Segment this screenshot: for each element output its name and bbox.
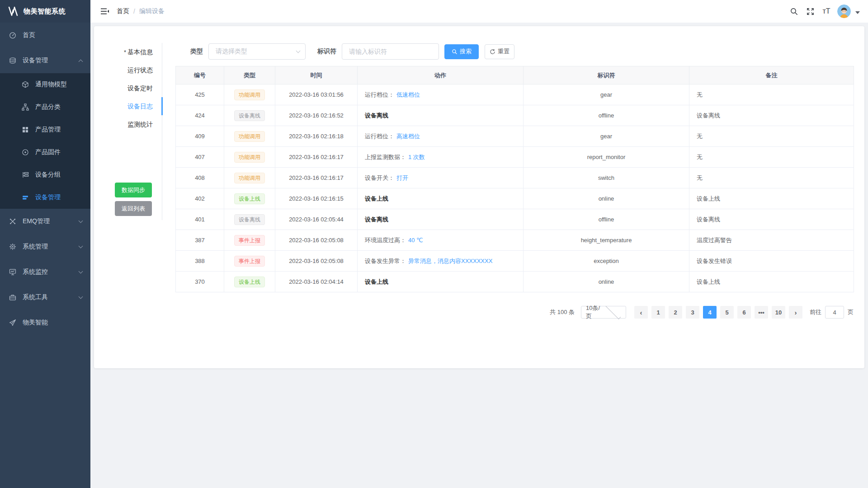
cell-action: 设备发生异常：异常消息，消息内容XXXXXXXX: [358, 251, 524, 272]
topbar: 首页 / 编辑设备 ᴛT: [90, 0, 868, 23]
page-button[interactable]: 3: [686, 306, 699, 319]
tab-device-timer[interactable]: 设备定时: [94, 79, 162, 97]
col-action: 动作: [358, 66, 524, 84]
sidebar-item-label: EMQ管理: [23, 217, 79, 225]
action-link[interactable]: 异常消息，消息内容XXXXXXXX: [408, 258, 492, 264]
sidebar-item-wumei-smart[interactable]: 物美智能: [0, 310, 90, 335]
cell-remark: 无: [689, 84, 854, 105]
col-identifier: 标识符: [524, 66, 689, 84]
back-to-list-button[interactable]: 返回列表: [115, 201, 152, 216]
action-link[interactable]: 1 次数: [408, 154, 425, 160]
action-link[interactable]: 高速档位: [396, 133, 420, 140]
tab-run-status[interactable]: 运行状态: [94, 61, 162, 79]
sidebar-fold-icon[interactable]: [100, 7, 109, 16]
table-row: 409 功能调用 2022-03-16 02:16:18 运行档位：高速档位 g…: [176, 126, 854, 147]
type-tag: 功能调用: [234, 131, 265, 142]
total-count: 共 100 条: [550, 308, 575, 316]
cell-identifier: exception: [524, 251, 689, 272]
cell-identifier: offline: [524, 209, 689, 230]
cell-action: 设备离线: [358, 105, 524, 126]
cell-remark: 设备离线: [689, 105, 854, 126]
cell-type: 功能调用: [224, 168, 275, 188]
breadcrumb-home[interactable]: 首页: [117, 7, 129, 15]
sidebar-item-home[interactable]: 首页: [0, 23, 90, 48]
fullscreen-icon[interactable]: [802, 0, 818, 23]
cell-identifier: online: [524, 272, 689, 292]
reset-button[interactable]: 重置: [485, 44, 514, 59]
avatar[interactable]: [837, 5, 851, 18]
monitor-icon: [9, 268, 16, 276]
action-text: 运行档位：: [365, 91, 394, 98]
cell-action: 设备开关：打开: [358, 168, 524, 188]
sidebar-item-emq[interactable]: EMQ管理: [0, 209, 90, 234]
user-menu[interactable]: [837, 5, 860, 18]
sidebar-item-product-category[interactable]: 产品分类: [0, 96, 90, 118]
cell-type: 设备离线: [224, 209, 275, 230]
device-log-panel: 类型 请选择类型 标识符 搜索 重置 编: [175, 43, 854, 319]
cell-action: 上报监测数据：1 次数: [358, 147, 524, 168]
cell-number: 401: [176, 209, 224, 230]
cell-remark: 设备上线: [689, 188, 854, 209]
type-tag: 事件上报: [234, 256, 265, 267]
action-bold-text: 设备上线: [365, 195, 388, 202]
cell-type: 功能调用: [224, 84, 275, 105]
sidebar-item-system-monitor[interactable]: 系统监控: [0, 259, 90, 285]
action-link[interactable]: 40 ℃: [408, 237, 423, 244]
pagination: 共 100 条 10条/页 ‹ 1 2 3 4 5 6 ••• 10: [175, 306, 854, 319]
table-row: 401 设备离线 2022-03-16 02:05:44 设备离线 offlin…: [176, 209, 854, 230]
sidebar-item-label: 系统监控: [23, 268, 79, 276]
cell-time: 2022-03-16 02:16:52: [275, 105, 358, 126]
page-button[interactable]: 5: [720, 306, 734, 319]
goto-page-input[interactable]: [825, 306, 844, 319]
edit-device-card: *基本信息 运行状态 设备定时 设备日志 监测统计 数据同步 返回列表 类型 请…: [94, 26, 864, 368]
page-button[interactable]: •••: [755, 306, 768, 319]
type-select[interactable]: 请选择类型: [208, 43, 306, 60]
action-text: 运行档位：: [365, 133, 394, 140]
page-button[interactable]: 1: [651, 306, 665, 319]
search-icon[interactable]: [786, 0, 802, 23]
breadcrumb-separator: /: [133, 8, 135, 15]
goto-unit: 页: [848, 308, 854, 316]
tab-monitor-stats[interactable]: 监测统计: [94, 115, 162, 133]
cell-number: 388: [176, 251, 224, 272]
sidebar-item-device-management[interactable]: 设备管理: [0, 48, 90, 73]
tab-device-log[interactable]: 设备日志: [94, 97, 162, 115]
sidebar-item-thing-model[interactable]: 通用物模型: [0, 73, 90, 96]
sidebar-item-system-tools[interactable]: 系统工具: [0, 285, 90, 310]
next-page-button[interactable]: ›: [789, 306, 802, 319]
search-button[interactable]: 搜索: [444, 44, 479, 59]
action-link[interactable]: 打开: [396, 174, 408, 181]
sidebar-item-product-firmware[interactable]: 产品固件: [0, 141, 90, 164]
sidebar-item-device-management-sub[interactable]: 设备管理: [0, 186, 90, 209]
prev-page-button[interactable]: ‹: [634, 306, 648, 319]
type-tag: 功能调用: [234, 152, 265, 163]
page-size-select[interactable]: 10条/页: [581, 306, 626, 319]
logo-mark-icon: [7, 5, 19, 17]
sidebar-item-label: 首页: [23, 31, 82, 39]
action-link[interactable]: 低速档位: [396, 91, 420, 98]
cell-number: 370: [176, 272, 224, 292]
sidebar-item-label: 通用物模型: [35, 80, 67, 89]
sidebar-item-system-management[interactable]: 系统管理: [0, 234, 90, 259]
col-type: 类型: [224, 66, 275, 84]
tab-basic-info[interactable]: *基本信息: [94, 43, 162, 61]
data-sync-button[interactable]: 数据同步: [115, 183, 152, 197]
tab-label: 运行状态: [127, 66, 153, 74]
firmware-icon: [22, 149, 29, 156]
identifier-input[interactable]: [342, 43, 439, 60]
sidebar-item-device-group[interactable]: 设备分组: [0, 164, 90, 186]
cell-action: 设备离线: [358, 209, 524, 230]
table-row: 408 功能调用 2022-03-16 02:16:17 设备开关：打开 swi…: [176, 168, 854, 188]
page-button[interactable]: 10: [772, 306, 785, 319]
sidebar-item-product-management[interactable]: 产品管理: [0, 118, 90, 141]
cell-number: 408: [176, 168, 224, 188]
cell-remark: 无: [689, 126, 854, 147]
gauge-icon: [9, 32, 16, 39]
page-button[interactable]: 6: [737, 306, 751, 319]
app: { "app": { "title": "物美智能系统" }, "colors"…: [0, 0, 868, 488]
cell-action: 环境温度过高：40 ℃: [358, 230, 524, 251]
cell-time: 2022-03-16 02:05:44: [275, 209, 358, 230]
page-button[interactable]: 4: [703, 306, 717, 319]
page-button[interactable]: 2: [669, 306, 682, 319]
font-size-icon[interactable]: ᴛT: [818, 0, 835, 23]
